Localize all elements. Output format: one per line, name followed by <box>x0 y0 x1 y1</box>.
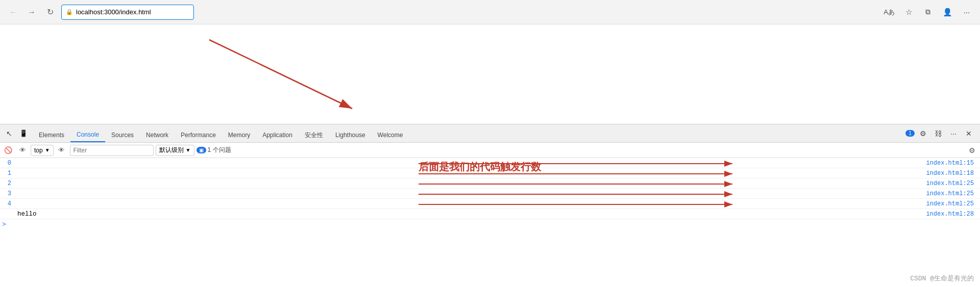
line-source-4[interactable]: index.html:25 <box>926 200 980 207</box>
console-line-4: 4 index.html:25 <box>0 199 980 209</box>
hello-source[interactable]: index.html:28 <box>926 211 980 218</box>
browser-actions: Aあ ☆ ⧉ 👤 ··· <box>882 5 974 19</box>
read-aloud-icon: Aあ <box>884 8 895 17</box>
browser-chrome: ← → ↻ 🔒 Aあ ☆ ⧉ 👤 ··· <box>0 0 980 24</box>
line-source-0[interactable]: index.html:15 <box>926 160 980 167</box>
favorites-button[interactable]: ☆ <box>901 5 916 19</box>
devtools-panel: ↖ 📱 Elements Console Sources Network Per… <box>0 124 980 287</box>
chevron-down-level-icon: ▼ <box>186 147 191 153</box>
more-options-button[interactable]: ··· <box>946 126 961 141</box>
collections-icon: ⧉ <box>925 8 930 16</box>
device-toolbar-button[interactable]: 📱 <box>16 126 31 141</box>
line-number-3[interactable]: 3 <box>0 190 15 197</box>
line-number-4[interactable]: 4 <box>0 200 15 207</box>
close-devtools-button[interactable]: ✕ <box>962 126 976 141</box>
level-label: 默认级别 <box>159 146 184 154</box>
tab-console[interactable]: Console <box>70 128 105 142</box>
address-bar[interactable]: 🔒 <box>61 5 194 20</box>
refresh-button[interactable]: ↻ <box>43 5 57 19</box>
console-line-hello: hello index.html:28 <box>0 209 980 219</box>
console-output: 后面是我们的代码触发行数 0 index.html:15 <box>0 158 980 287</box>
console-prompt: > <box>0 221 10 228</box>
line-number-1[interactable]: 1 <box>0 170 15 177</box>
read-aloud-button[interactable]: Aあ <box>882 5 896 19</box>
tab-security[interactable]: 安全性 <box>299 128 329 142</box>
issue-count-badge: ▣ <box>197 147 206 153</box>
level-selector[interactable]: 默认级别 ▼ <box>156 145 194 156</box>
devtools-right-actions: 1 ⚙ ⛓ ··· ✕ <box>905 126 978 141</box>
console-line-2: 2 index.html:25 <box>0 178 980 189</box>
inspect-element-button[interactable]: ↖ <box>2 126 16 141</box>
context-selector[interactable]: top ▼ <box>31 145 54 156</box>
filter-input[interactable] <box>70 145 154 156</box>
back-button[interactable]: ← <box>6 5 20 19</box>
forward-button[interactable]: → <box>24 5 39 19</box>
filter-toggle-button[interactable]: 👁 <box>16 144 29 156</box>
watermark: CSDN @生命是有光的 <box>910 274 974 283</box>
clear-icon: 🚫 <box>4 146 12 154</box>
tab-lighthouse[interactable]: Lighthouse <box>329 128 372 142</box>
console-line-3: 3 index.html:25 <box>0 189 980 199</box>
devtools-tabs-container: Elements Console Sources Network Perform… <box>31 124 905 142</box>
issue-badge-container: ▣ 1 个问题 <box>197 146 231 154</box>
chevron-down-icon: ▼ <box>45 147 50 153</box>
tab-network[interactable]: Network <box>140 128 175 142</box>
profile-icon: 👤 <box>943 8 952 17</box>
settings-button[interactable]: ⚙ <box>916 126 930 141</box>
line-source-1[interactable]: index.html:18 <box>926 170 980 177</box>
issue-count-label: 1 个问题 <box>208 146 231 154</box>
star-icon: ☆ <box>905 8 912 17</box>
console-settings-button[interactable]: ⚙ <box>966 144 978 156</box>
cursor-icon: ↖ <box>6 129 12 138</box>
line-number-0[interactable]: 0 <box>0 160 15 167</box>
devtools-tabbar: ↖ 📱 Elements Console Sources Network Per… <box>0 124 980 143</box>
console-toolbar: 🚫 👁 top ▼ 👁 默认级别 ▼ ▣ 1 个问题 ⚙ <box>0 143 980 158</box>
tab-memory[interactable]: Memory <box>222 128 256 142</box>
url-input[interactable] <box>76 8 189 16</box>
hello-value: hello <box>15 211 926 218</box>
more-button[interactable]: ··· <box>960 5 974 19</box>
line-source-3[interactable]: index.html:25 <box>926 190 980 197</box>
tab-performance[interactable]: Performance <box>175 128 222 142</box>
console-line-1: 1 index.html:18 <box>0 168 980 178</box>
eye-icon: 👁 <box>19 146 26 154</box>
tab-sources[interactable]: Sources <box>105 128 140 142</box>
arrow-annotation <box>0 24 980 124</box>
console-input-line: > <box>0 219 980 229</box>
customize-button[interactable]: ⛓ <box>931 126 945 141</box>
console-line-0: 0 index.html:15 <box>0 158 980 168</box>
clear-console-button[interactable]: 🚫 <box>2 144 14 156</box>
collections-button[interactable]: ⧉ <box>921 5 935 19</box>
issues-badge: 1 <box>905 130 915 137</box>
eye-button[interactable]: 👁 <box>56 144 68 156</box>
tab-application[interactable]: Application <box>256 128 299 142</box>
svg-line-1 <box>209 40 352 109</box>
eye2-icon: 👁 <box>58 146 65 154</box>
line-number-2[interactable]: 2 <box>0 180 15 187</box>
profile-button[interactable]: 👤 <box>940 5 954 19</box>
main-content <box>0 24 980 124</box>
line-source-2[interactable]: index.html:25 <box>926 180 980 187</box>
tab-elements[interactable]: Elements <box>33 128 70 142</box>
lock-icon: 🔒 <box>66 9 73 15</box>
device-icon: 📱 <box>19 129 28 137</box>
context-label: top <box>34 147 43 154</box>
more-icon: ··· <box>964 8 970 16</box>
tab-welcome[interactable]: Welcome <box>372 128 409 142</box>
